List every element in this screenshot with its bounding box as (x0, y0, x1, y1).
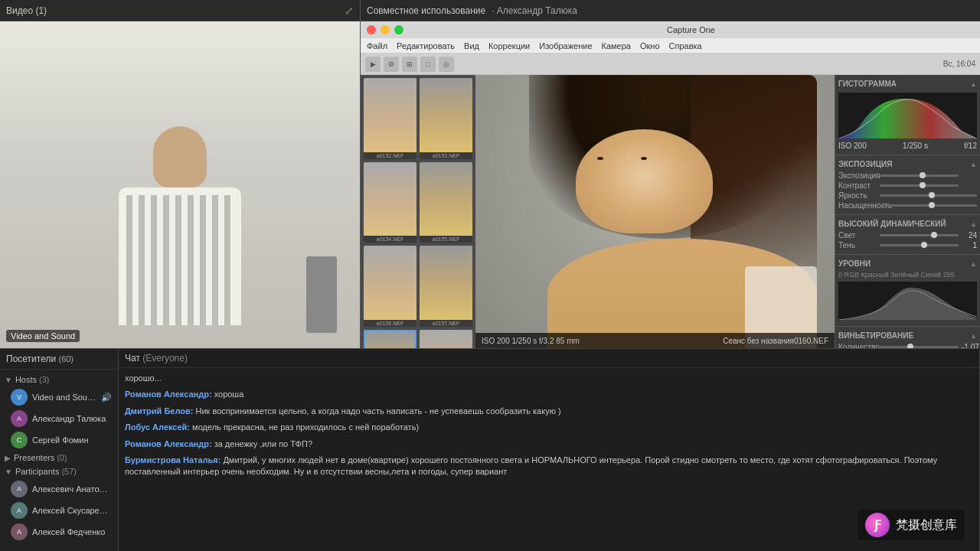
chat-msg-5: Бурмистрова Наталья: Дмитрий, у многих л… (125, 455, 973, 478)
capture-inner: Capture One Файл Редактировать Вид Корре… (361, 21, 980, 348)
thumb-item-156[interactable]: a0156.NEF (364, 246, 416, 327)
thumb-item-159[interactable]: a0159.NEF (420, 330, 472, 348)
contrast-label: Контраст (838, 181, 877, 190)
preview-iso-shutter: ISO 200 1/250 s f/3.2 85 mm (482, 337, 580, 345)
chat-text-1: хороша (214, 390, 244, 399)
vignette-section: ВИНЬЕТИРОВАНИЕ ▲ Количество -1.07 (835, 327, 980, 348)
vignette-label: ВИНЬЕТИРОВАНИЕ (838, 331, 913, 340)
histogram-section: ГИСТОГРАММА ▲ (835, 75, 980, 155)
thumb-row-3: a0156.NEF a0157.NEF (364, 246, 472, 327)
menu-edit[interactable]: Редактировать (397, 41, 455, 51)
participant-avatar-3: А (11, 523, 28, 540)
vignette-amount-row: Количество -1.07 (838, 343, 977, 348)
menu-file[interactable]: Файл (367, 41, 387, 51)
menu-image[interactable]: Изображение (539, 41, 592, 51)
presenters-label: Presenters (14, 453, 54, 462)
levels-channels: 0 RGB Красный Зелёный Синий 255 (838, 271, 977, 279)
thumb-row-1: a0152.NEF a0153.NEF (364, 78, 472, 159)
participants-section-header[interactable]: ▼ Participants (57) (0, 465, 118, 478)
preview-status-bar: ISO 200 1/250 s f/3.2 85 mm Сеанс без на… (475, 333, 835, 348)
thumb-label-153: a0153.NEF (420, 152, 472, 159)
host-item-1: V Video and Sound 🔊 (0, 386, 118, 408)
maximize-button[interactable] (394, 25, 403, 34)
host-mic-icon-1: 🔊 (101, 393, 112, 403)
person-body (119, 187, 241, 325)
participants-title-text: Посетители (6, 354, 56, 364)
expand-icon[interactable]: ⤢ (345, 5, 354, 17)
exposure-info: ISO 200 1/250 s f/12 (838, 142, 977, 150)
chat-text-5: Дмитрий, у многих людей нет в доме(кварт… (125, 455, 937, 476)
host-name-1: Video and Sound (32, 393, 96, 402)
thumb-label-157: a0157.NEF (420, 320, 472, 327)
menu-view[interactable]: Вид (464, 41, 479, 51)
toolbar-btn-1[interactable]: ▶ (365, 57, 381, 72)
thumb-item-153[interactable]: a0153.NEF (420, 78, 472, 159)
chat-msg-0: хорошо... (125, 373, 973, 384)
brightness-slider-row: Яркость (838, 191, 977, 200)
main-preview: ISO 200 1/250 s f/3.2 85 mm Сеанс без на… (475, 75, 835, 348)
close-button[interactable] (367, 25, 376, 34)
menu-camera[interactable]: Камера (602, 41, 631, 51)
exposure-label: ЭКСПОЗИЦИЯ (838, 160, 892, 168)
hosts-section-header[interactable]: ▼ Hosts (3) (0, 373, 118, 386)
saturation-label: Насыщенность (838, 201, 877, 210)
screenshare-subtitle: · Александр Талюка (492, 5, 577, 16)
histogram-label: ГИСТОГРАММА (838, 80, 897, 88)
chat-msg-1: Романов Александр: хороша (125, 389, 973, 400)
hdr-header: ВЫСОКИЙ ДИНАМИЧЕСКИЙ ▲ (838, 218, 977, 230)
menu-help[interactable]: Справка (669, 41, 702, 51)
light-value: 24 (962, 231, 977, 240)
brightness-slider[interactable] (880, 194, 977, 197)
presenters-section-header[interactable]: ▶ Presenters (0) (0, 451, 118, 465)
watermark-icon: Ƒ (865, 513, 890, 537)
watermark-text: 梵摄创意库 (896, 517, 957, 533)
exposure-slider[interactable] (880, 174, 959, 177)
exposure-section: ЭКСПОЗИЦИЯ ▲ Экспозиция (835, 155, 980, 215)
participants-header: Посетители (60) (0, 349, 118, 370)
thumb-item-155[interactable]: a0155.NEF (420, 162, 472, 243)
menu-window[interactable]: Окно (640, 41, 660, 51)
video-panel: Видео (1) ⤢ Video and Sound (0, 0, 360, 348)
exposure-slider-label: Экспозиция (838, 171, 877, 180)
presenters-arrow-icon: ▶ (5, 454, 11, 462)
saturation-slider[interactable] (880, 204, 977, 207)
hosts-label: Hosts (15, 375, 37, 384)
toolbar-btn-5[interactable]: ◎ (439, 57, 454, 72)
toolbar-btn-4[interactable]: □ (420, 57, 436, 72)
chat-header: Чат (Everyone) (119, 349, 979, 368)
thumb-item-157[interactable]: a0157.NEF (420, 246, 472, 327)
toolbar-btn-2[interactable]: ⚙ (384, 57, 399, 72)
thumbnail-strip: a0152.NEF a0153.NEF a0154.NEF (361, 75, 475, 348)
thumb-item-158[interactable]: a0158.NEF (364, 330, 416, 348)
exposure-slider-row: Экспозиция (838, 171, 977, 180)
participant-name-2: Алексей Скусаренко (32, 506, 112, 515)
hdr-label: ВЫСОКИЙ ДИНАМИЧЕСКИЙ (838, 220, 946, 228)
video-placeholder: Video and Sound (0, 21, 360, 348)
vignette-value: -1.07 (962, 343, 977, 348)
thumb-item-154[interactable]: a0154.NEF (364, 162, 416, 243)
vignette-slider[interactable] (880, 346, 959, 348)
chat-sender-5: Бурмистрова Наталья: (125, 455, 220, 465)
histogram-header: ГИСТОГРАММА ▲ (838, 78, 977, 90)
contrast-slider-row: Контраст (838, 181, 977, 190)
thumb-item-152[interactable]: a0152.NEF (364, 78, 416, 159)
participants-list: ▼ Hosts (3) V Video and Sound 🔊 А Алекса… (0, 370, 118, 551)
light-slider[interactable] (880, 234, 959, 236)
participants-title: Посетители (60) (6, 354, 74, 364)
light-label: Свет (838, 231, 877, 240)
menu-corrections[interactable]: Коррекции (488, 41, 530, 51)
watermark-letter: Ƒ (874, 518, 881, 533)
time-display: Вс, 16:04 (943, 60, 975, 68)
participant-item-1: А Алексевич Анатолий (0, 478, 118, 500)
presenters-count: (0) (57, 453, 67, 462)
participant-avatar-1: А (11, 481, 28, 497)
minimize-button[interactable] (381, 25, 390, 34)
chat-sender-1: Романов Александр: (125, 390, 212, 399)
contrast-slider[interactable] (880, 184, 959, 187)
video-label: Video and Sound (6, 330, 80, 342)
levels-section: УРОВНИ ▲ 0 RGB Красный Зелёный Синий 255 (835, 255, 980, 327)
light-slider-row: Свет 24 (838, 231, 977, 240)
hdr-section: ВЫСОКИЙ ДИНАМИЧЕСКИЙ ▲ Свет 24 (835, 215, 980, 255)
toolbar-btn-3[interactable]: ⊞ (402, 57, 417, 72)
shadow-slider[interactable] (880, 244, 959, 246)
